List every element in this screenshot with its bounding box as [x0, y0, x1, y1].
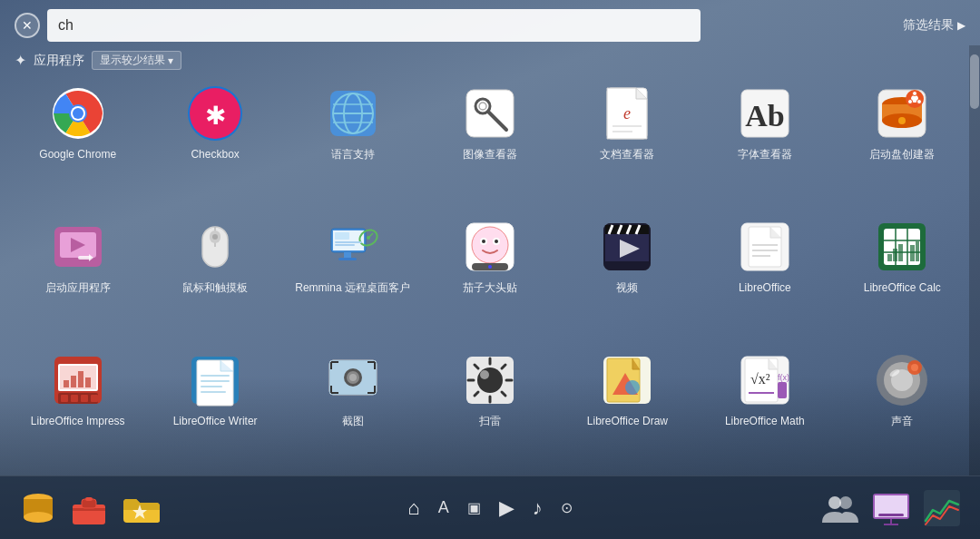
app-label: 茄子大头贴	[463, 281, 517, 296]
app-item-image-viewer[interactable]: 图像查看器	[421, 75, 558, 209]
taskbar-app-1[interactable]	[18, 488, 58, 528]
app-item-minesweeper[interactable]: 扫雷	[421, 342, 558, 475]
svg-text:Ab: Ab	[745, 99, 784, 132]
svg-point-53	[472, 227, 508, 263]
app-item-libreoffice-calc[interactable]: LibreOffice Calc	[834, 209, 971, 342]
section-title: 应用程序	[34, 53, 84, 69]
svg-rect-95	[81, 395, 88, 402]
svg-point-143	[828, 496, 841, 509]
taskbar-app-3[interactable]	[120, 488, 160, 528]
camera-icon: ⊙	[561, 499, 573, 516]
taskbar-nav-home[interactable]: ⌂	[407, 496, 419, 520]
app-item-launch-apps[interactable]: 启动应用程序	[9, 209, 146, 342]
svg-rect-93	[61, 395, 68, 402]
app-label: 启动应用程序	[45, 281, 111, 296]
taskbar-people-icon[interactable]	[820, 488, 860, 528]
taskbar-presentation-icon[interactable]	[871, 488, 911, 528]
app-label: 字体查看器	[738, 148, 792, 162]
svg-point-41	[212, 234, 218, 240]
app-label: 启动盘创建器	[869, 148, 935, 162]
svg-point-122	[625, 380, 640, 395]
app-label: 视频	[616, 281, 638, 296]
taskbar-right	[820, 488, 962, 528]
svg-line-46	[368, 233, 373, 238]
app-item-screenshot[interactable]: 截图	[284, 342, 421, 475]
libreoffice-writer-icon	[186, 351, 244, 409]
svg-rect-89	[71, 376, 76, 387]
svg-rect-147	[878, 514, 904, 516]
app-item-google-chrome[interactable]: Google Chrome	[9, 75, 146, 209]
app-item-checkbox[interactable]: ✱ Checkbox	[146, 75, 283, 209]
svg-rect-96	[91, 395, 98, 402]
svg-rect-49	[335, 232, 349, 240]
svg-rect-91	[85, 377, 91, 387]
show-less-button[interactable]: 显示较少结果 ▾	[92, 51, 181, 70]
svg-rect-50	[335, 241, 362, 243]
app-item-libreoffice-math[interactable]: √x² f(x) LibreOffice Math	[696, 342, 833, 475]
app-label: LibreOffice Math	[725, 415, 805, 429]
app-item-video[interactable]: 视频	[559, 209, 696, 342]
play-icon: ▶	[499, 496, 514, 520]
sound-icon	[873, 351, 931, 409]
svg-text:e: e	[623, 104, 631, 122]
app-label: LibreOffice	[739, 281, 791, 296]
app-label: Remmina 远程桌面客户	[295, 281, 410, 296]
startup-disk-icon	[873, 84, 931, 142]
svg-rect-101	[201, 386, 222, 387]
app-item-language-support[interactable]: 语言支持	[284, 75, 421, 209]
libreoffice-draw-icon	[598, 351, 656, 409]
app-label: Google Chrome	[39, 148, 116, 162]
svg-point-32	[908, 100, 913, 104]
taskbar-nav-camera[interactable]: ⊙	[561, 499, 573, 516]
svg-point-59	[488, 265, 492, 269]
svg-rect-102	[201, 391, 226, 393]
svg-point-56	[482, 240, 485, 243]
app-item-doc-viewer[interactable]: e 文档查看器	[559, 75, 696, 209]
svg-rect-51	[335, 244, 355, 246]
app-item-libreoffice-writer[interactable]: LibreOffice Writer	[146, 342, 283, 475]
svg-point-27	[898, 117, 906, 124]
taskbar-chart-icon[interactable]	[922, 488, 962, 528]
svg-rect-47	[344, 252, 351, 258]
svg-point-57	[495, 240, 498, 243]
apps-icon: A	[438, 498, 449, 517]
filter-results-button[interactable]: 筛选结果 ▶	[903, 17, 965, 34]
taskbar-nav-play[interactable]: ▶	[499, 496, 514, 520]
search-close-button[interactable]: ✕	[15, 13, 40, 38]
app-item-sound[interactable]: 声音	[834, 342, 971, 475]
checkbox-icon: ✱	[186, 84, 244, 142]
app-label: 图像查看器	[463, 148, 517, 162]
doc-viewer-icon: e	[598, 84, 656, 142]
app-label: 语言支持	[331, 148, 375, 162]
taskbar-nav-apps[interactable]: A	[438, 498, 449, 517]
app-item-libreoffice-draw[interactable]: LibreOffice Draw	[559, 342, 696, 475]
search-input[interactable]	[47, 9, 701, 42]
svg-point-144	[839, 496, 852, 509]
taskbar: ⌂ A ▣ ▶ ♪ ⊙	[0, 475, 980, 539]
libreoffice-icon	[736, 218, 794, 276]
app-item-startup-disk[interactable]: 启动盘创建器	[834, 75, 971, 209]
taskbar-nav-files[interactable]: ▣	[467, 499, 481, 516]
app-item-libreoffice[interactable]: LibreOffice	[696, 209, 833, 342]
app-label: 声音	[891, 415, 913, 429]
app-item-font-viewer[interactable]: Ab 字体查看器	[696, 75, 833, 209]
libreoffice-impress-icon	[49, 351, 107, 409]
taskbar-app-2[interactable]	[69, 488, 109, 528]
app-item-mouse-touchpad[interactable]: 鼠标和触摸板	[146, 209, 283, 342]
svg-point-30	[913, 92, 917, 96]
svg-rect-48	[338, 258, 357, 260]
app-item-libreoffice-impress[interactable]: LibreOffice Impress	[9, 342, 146, 475]
cheese-icon	[461, 218, 519, 276]
language-support-icon	[324, 84, 382, 142]
app-item-remmina[interactable]: Remmina 远程桌面客户	[284, 209, 421, 342]
svg-rect-127	[778, 382, 787, 398]
files-icon: ▣	[467, 499, 481, 516]
app-item-cheese[interactable]: 茄子大头贴	[421, 209, 558, 342]
music-icon: ♪	[533, 496, 543, 520]
apps-section-icon: ✦	[15, 52, 26, 69]
launch-apps-icon	[49, 218, 107, 276]
taskbar-nav-music[interactable]: ♪	[533, 496, 543, 520]
svg-rect-100	[201, 380, 230, 382]
svg-rect-80	[887, 254, 892, 261]
svg-text:✱: ✱	[205, 102, 226, 130]
